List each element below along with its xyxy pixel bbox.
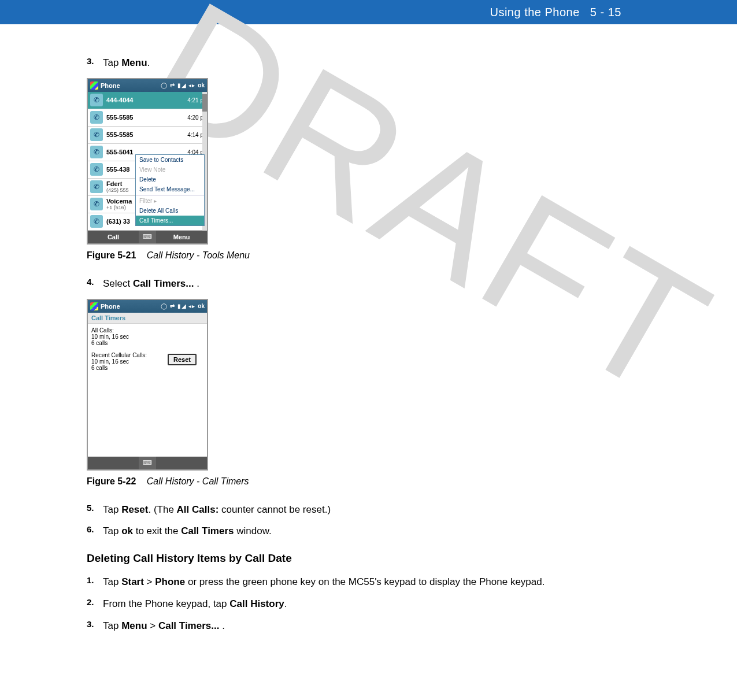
phone-icon: ✆ <box>90 180 103 193</box>
step-number: 5. <box>87 503 103 517</box>
phone-screenshot-call-timers: Phone ◯ ⇄ ▮◢ ◂▸ ok Call Timers All Calls… <box>87 299 208 471</box>
steps-group-a: 3.Tap Menu. <box>87 56 650 70</box>
phone-icon: ✆ <box>90 198 103 210</box>
step-text: From the Phone keypad, tap Call History. <box>103 597 650 611</box>
softkey-keyboard-icon[interactable]: ⌨ <box>139 457 156 469</box>
menu-separator <box>136 195 204 195</box>
call-number: 444-4044 <box>105 97 187 103</box>
call-history-row[interactable]: ✆444-40444:21 p <box>88 92 207 109</box>
call-timers-body: All Calls: 10 min, 16 sec 6 calls Recent… <box>88 324 207 457</box>
header-pagenum: 5 - 15 <box>590 6 621 19</box>
menu-item[interactable]: Delete All Calls <box>136 206 204 216</box>
step-text: Tap Menu > Call Timers... . <box>103 619 650 633</box>
figure-caption-1: Figure 5-21 Call History - Tools Menu <box>87 250 650 261</box>
windows-icon <box>90 82 98 90</box>
step: 3.Tap Menu. <box>87 56 650 70</box>
step-text: Select Call Timers... . <box>103 277 650 291</box>
header-section: Using the Phone <box>490 6 579 19</box>
step: 6.Tap ok to exit the Call Timers window. <box>87 524 650 538</box>
step-text: Tap ok to exit the Call Timers window. <box>103 524 650 538</box>
softkey-call[interactable]: Call <box>88 234 139 240</box>
menu-item[interactable]: Send Text Message... <box>136 184 204 194</box>
step-number: 3. <box>87 619 103 633</box>
phone-icon: ✆ <box>90 215 103 228</box>
step-text: Tap Menu. <box>103 56 650 70</box>
windows-icon <box>90 302 98 310</box>
page-header: Using the Phone 5 - 15 <box>0 0 737 24</box>
recent-count: 6 calls <box>91 365 203 371</box>
menu-item[interactable]: Delete <box>136 175 204 184</box>
reset-button[interactable]: Reset <box>168 354 197 365</box>
figure-label: Figure 5-22 <box>87 476 136 486</box>
step-number: 3. <box>87 56 103 70</box>
step-text: Tap Start > Phone or press the green pho… <box>103 575 650 589</box>
softkey-menu[interactable]: Menu <box>156 234 207 240</box>
context-menu: Save to ContactsView NoteDeleteSend Text… <box>135 154 205 226</box>
ok-button[interactable]: ok <box>198 303 205 309</box>
call-history-row[interactable]: ✆555-55854:20 p <box>88 109 207 127</box>
figure-title: Call History - Call Timers <box>147 476 249 486</box>
phone-icon: ✆ <box>90 146 103 158</box>
softkey-keyboard-icon[interactable]: ⌨ <box>139 231 156 243</box>
step: 3.Tap Menu > Call Timers... . <box>87 619 650 633</box>
phone-icon: ✆ <box>90 128 103 141</box>
phone-icon: ✆ <box>90 111 103 124</box>
step: 1.Tap Start > Phone or press the green p… <box>87 575 650 589</box>
call-timers-subheader: Call Timers <box>88 313 207 324</box>
step-number: 2. <box>87 597 103 611</box>
step: 4.Select Call Timers... . <box>87 277 650 291</box>
all-calls-label: All Calls: <box>91 327 203 334</box>
steps-group-c: 5.Tap Reset. (The All Calls: counter can… <box>87 503 650 539</box>
step-text: Tap Reset. (The All Calls: counter canno… <box>103 503 650 517</box>
step-number: 6. <box>87 524 103 538</box>
steps-group-d: 1.Tap Start > Phone or press the green p… <box>87 575 650 632</box>
call-number: 555-5585 <box>105 131 187 138</box>
phone-icon: ✆ <box>90 94 103 106</box>
phone-titlebar: Phone ◯ ⇄ ▮◢ ◂▸ ok <box>88 300 207 313</box>
figure-label: Figure 5-21 <box>87 250 136 260</box>
menu-item: Filter ▸ <box>136 196 204 206</box>
step-number: 1. <box>87 575 103 589</box>
step: 2.From the Phone keypad, tap Call Histor… <box>87 597 650 611</box>
phone-titlebar: Phone ◯ ⇄ ▮◢ ◂▸ ok <box>88 79 207 92</box>
figure-title: Call History - Tools Menu <box>147 250 250 260</box>
step: 5.Tap Reset. (The All Calls: counter can… <box>87 503 650 517</box>
step-number: 4. <box>87 277 103 291</box>
phone-icon: ✆ <box>90 163 103 176</box>
menu-item[interactable]: Save to Contacts <box>136 155 204 165</box>
menu-item[interactable]: Call Timers... <box>136 216 204 225</box>
phone-screenshot-call-history: Phone ◯ ⇄ ▮◢ ◂▸ ok ✆444-40444:21 p✆555-5… <box>87 78 208 245</box>
phone-softbar: ⌨ <box>88 457 207 469</box>
phone-softbar: Call ⌨ Menu <box>88 231 207 243</box>
status-icons: ◯ ⇄ ▮◢ ◂▸ <box>161 82 195 88</box>
status-icons: ◯ ⇄ ▮◢ ◂▸ <box>161 303 195 309</box>
section-heading: Deleting Call History Items by Call Date <box>87 552 650 565</box>
all-calls-block: All Calls: 10 min, 16 sec 6 calls <box>91 327 203 346</box>
phone-title: Phone <box>101 303 161 310</box>
ok-button[interactable]: ok <box>198 82 205 88</box>
steps-group-b: 4.Select Call Timers... . <box>87 277 650 291</box>
menu-item: View Note <box>136 165 204 175</box>
call-history-row[interactable]: ✆555-55854:14 p <box>88 127 207 144</box>
all-calls-time: 10 min, 16 sec <box>91 334 203 340</box>
all-calls-count: 6 calls <box>91 340 203 346</box>
call-number: 555-5585 <box>105 114 187 121</box>
figure-caption-2: Figure 5-22 Call History - Call Timers <box>87 476 650 487</box>
phone-title: Phone <box>101 82 161 89</box>
page-content: DRAFT 3.Tap Menu. Phone ◯ ⇄ ▮◢ ◂▸ ok ✆44… <box>0 24 737 664</box>
